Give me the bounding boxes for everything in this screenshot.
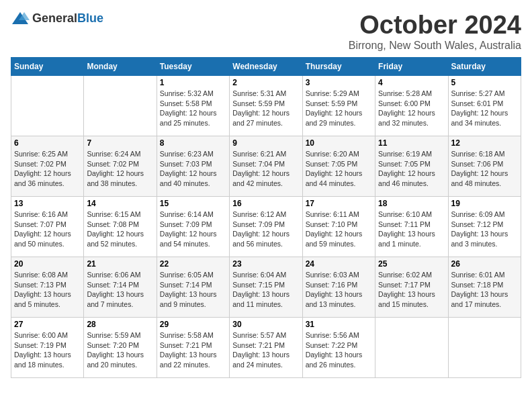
day-number: 17 [306, 199, 372, 208]
day-number: 12 [451, 138, 518, 148]
day-info: Sunrise: 5:32 AM Sunset: 5:58 PM Dayligh… [160, 89, 226, 128]
day-header-thursday: Thursday [302, 58, 375, 76]
day-number: 10 [306, 138, 372, 148]
day-info: Sunrise: 6:02 AM Sunset: 7:17 PM Dayligh… [378, 270, 445, 310]
day-info: Sunrise: 6:12 AM Sunset: 7:09 PM Dayligh… [232, 210, 299, 249]
calendar-cell: 2Sunrise: 5:31 AM Sunset: 5:59 PM Daylig… [230, 76, 302, 136]
calendar-cell: 3Sunrise: 5:29 AM Sunset: 5:59 PM Daylig… [302, 76, 375, 136]
page-location: Birrong, New South Wales, Australia [349, 40, 521, 52]
day-number: 14 [87, 199, 153, 208]
calendar-cell: 16Sunrise: 6:12 AM Sunset: 7:09 PM Dayli… [230, 197, 302, 257]
calendar-table: SundayMondayTuesdayWednesdayThursdayFrid… [11, 57, 521, 378]
day-info: Sunrise: 6:21 AM Sunset: 7:04 PM Dayligh… [232, 149, 299, 189]
day-info: Sunrise: 6:25 AM Sunset: 7:02 PM Dayligh… [14, 149, 81, 189]
day-info: Sunrise: 6:00 AM Sunset: 7:19 PM Dayligh… [14, 330, 81, 370]
logo: GeneralBlue [11, 11, 103, 26]
day-number: 8 [160, 138, 226, 148]
day-info: Sunrise: 6:14 AM Sunset: 7:09 PM Dayligh… [160, 210, 226, 249]
day-info: Sunrise: 5:27 AM Sunset: 6:01 PM Dayligh… [451, 89, 518, 128]
day-info: Sunrise: 6:18 AM Sunset: 7:06 PM Dayligh… [451, 149, 518, 189]
calendar-cell: 15Sunrise: 6:14 AM Sunset: 7:09 PM Dayli… [157, 197, 229, 257]
day-number: 5 [451, 78, 518, 87]
day-header-monday: Monday [84, 58, 157, 76]
day-info: Sunrise: 6:19 AM Sunset: 7:05 PM Dayligh… [378, 149, 445, 189]
day-number: 15 [160, 199, 226, 208]
calendar-cell: 1Sunrise: 5:32 AM Sunset: 5:58 PM Daylig… [157, 76, 229, 136]
calendar-cell: 14Sunrise: 6:15 AM Sunset: 7:08 PM Dayli… [84, 197, 157, 257]
day-header-friday: Friday [375, 58, 448, 76]
day-info: Sunrise: 6:08 AM Sunset: 7:13 PM Dayligh… [14, 270, 81, 310]
calendar-cell: 9Sunrise: 6:21 AM Sunset: 7:04 PM Daylig… [230, 136, 302, 197]
day-number: 21 [87, 259, 153, 269]
calendar-cell [375, 318, 448, 378]
day-number: 19 [451, 199, 518, 208]
calendar-cell: 28Sunrise: 5:59 AM Sunset: 7:20 PM Dayli… [84, 318, 157, 378]
day-number: 13 [14, 199, 81, 208]
day-info: Sunrise: 6:10 AM Sunset: 7:11 PM Dayligh… [378, 210, 445, 249]
day-info: Sunrise: 5:29 AM Sunset: 5:59 PM Dayligh… [306, 89, 372, 128]
day-number: 1 [160, 78, 226, 87]
calendar-cell: 5Sunrise: 5:27 AM Sunset: 6:01 PM Daylig… [448, 76, 521, 136]
day-number: 22 [160, 259, 226, 269]
day-header-saturday: Saturday [448, 58, 521, 76]
calendar-cell: 10Sunrise: 6:20 AM Sunset: 7:05 PM Dayli… [302, 136, 375, 197]
day-info: Sunrise: 5:58 AM Sunset: 7:21 PM Dayligh… [160, 330, 226, 370]
calendar-cell [448, 318, 521, 378]
calendar-cell: 13Sunrise: 6:16 AM Sunset: 7:07 PM Dayli… [11, 197, 84, 257]
day-info: Sunrise: 5:56 AM Sunset: 7:22 PM Dayligh… [306, 330, 372, 370]
day-number: 30 [232, 320, 299, 329]
calendar-cell: 26Sunrise: 6:01 AM Sunset: 7:18 PM Dayli… [448, 257, 521, 318]
calendar-cell: 29Sunrise: 5:58 AM Sunset: 7:21 PM Dayli… [157, 318, 229, 378]
calendar-cell: 8Sunrise: 6:23 AM Sunset: 7:03 PM Daylig… [157, 136, 229, 197]
calendar-cell: 23Sunrise: 6:04 AM Sunset: 7:15 PM Dayli… [230, 257, 302, 318]
calendar-week-2: 6Sunrise: 6:25 AM Sunset: 7:02 PM Daylig… [11, 136, 521, 197]
day-info: Sunrise: 6:04 AM Sunset: 7:15 PM Dayligh… [232, 270, 299, 310]
calendar-cell: 7Sunrise: 6:24 AM Sunset: 7:02 PM Daylig… [84, 136, 157, 197]
page-title: October 2024 [349, 11, 521, 40]
day-info: Sunrise: 6:23 AM Sunset: 7:03 PM Dayligh… [160, 149, 226, 189]
day-number: 25 [378, 259, 445, 269]
day-number: 31 [306, 320, 372, 329]
day-number: 9 [232, 138, 299, 148]
calendar-cell: 19Sunrise: 6:09 AM Sunset: 7:12 PM Dayli… [448, 197, 521, 257]
title-block: October 2024 Birrong, New South Wales, A… [349, 11, 521, 52]
calendar-cell: 27Sunrise: 6:00 AM Sunset: 7:19 PM Dayli… [11, 318, 84, 378]
calendar-cell [84, 76, 157, 136]
calendar-week-5: 27Sunrise: 6:00 AM Sunset: 7:19 PM Dayli… [11, 318, 521, 378]
calendar-cell: 6Sunrise: 6:25 AM Sunset: 7:02 PM Daylig… [11, 136, 84, 197]
day-info: Sunrise: 6:20 AM Sunset: 7:05 PM Dayligh… [306, 149, 372, 189]
day-number: 29 [160, 320, 226, 329]
calendar-cell: 30Sunrise: 5:57 AM Sunset: 7:21 PM Dayli… [230, 318, 302, 378]
logo-icon [11, 11, 30, 26]
calendar-cell: 25Sunrise: 6:02 AM Sunset: 7:17 PM Dayli… [375, 257, 448, 318]
day-info: Sunrise: 6:05 AM Sunset: 7:14 PM Dayligh… [160, 270, 226, 310]
calendar-cell: 17Sunrise: 6:11 AM Sunset: 7:10 PM Dayli… [302, 197, 375, 257]
day-info: Sunrise: 6:03 AM Sunset: 7:16 PM Dayligh… [306, 270, 372, 310]
day-number: 4 [378, 78, 445, 87]
logo-text-blue: Blue [77, 11, 103, 25]
calendar-cell [11, 76, 84, 136]
calendar-cell: 11Sunrise: 6:19 AM Sunset: 7:05 PM Dayli… [375, 136, 448, 197]
day-number: 11 [378, 138, 445, 148]
day-number: 2 [232, 78, 299, 87]
calendar-cell: 31Sunrise: 5:56 AM Sunset: 7:22 PM Dayli… [302, 318, 375, 378]
day-number: 6 [14, 138, 81, 148]
day-number: 20 [14, 259, 81, 269]
calendar-week-3: 13Sunrise: 6:16 AM Sunset: 7:07 PM Dayli… [11, 197, 521, 257]
day-info: Sunrise: 6:09 AM Sunset: 7:12 PM Dayligh… [451, 210, 518, 249]
day-info: Sunrise: 6:24 AM Sunset: 7:02 PM Dayligh… [87, 149, 153, 189]
day-number: 3 [306, 78, 372, 87]
day-number: 7 [87, 138, 153, 148]
calendar-cell: 20Sunrise: 6:08 AM Sunset: 7:13 PM Dayli… [11, 257, 84, 318]
day-number: 24 [306, 259, 372, 269]
day-info: Sunrise: 5:31 AM Sunset: 5:59 PM Dayligh… [232, 89, 299, 128]
day-number: 27 [14, 320, 81, 329]
day-info: Sunrise: 6:15 AM Sunset: 7:08 PM Dayligh… [87, 210, 153, 249]
logo-text-general: General [32, 11, 77, 25]
day-info: Sunrise: 5:57 AM Sunset: 7:21 PM Dayligh… [232, 330, 299, 370]
calendar-cell: 21Sunrise: 6:06 AM Sunset: 7:14 PM Dayli… [84, 257, 157, 318]
day-info: Sunrise: 6:06 AM Sunset: 7:14 PM Dayligh… [87, 270, 153, 310]
calendar-cell: 12Sunrise: 6:18 AM Sunset: 7:06 PM Dayli… [448, 136, 521, 197]
calendar-header: SundayMondayTuesdayWednesdayThursdayFrid… [11, 58, 521, 76]
day-number: 18 [378, 199, 445, 208]
